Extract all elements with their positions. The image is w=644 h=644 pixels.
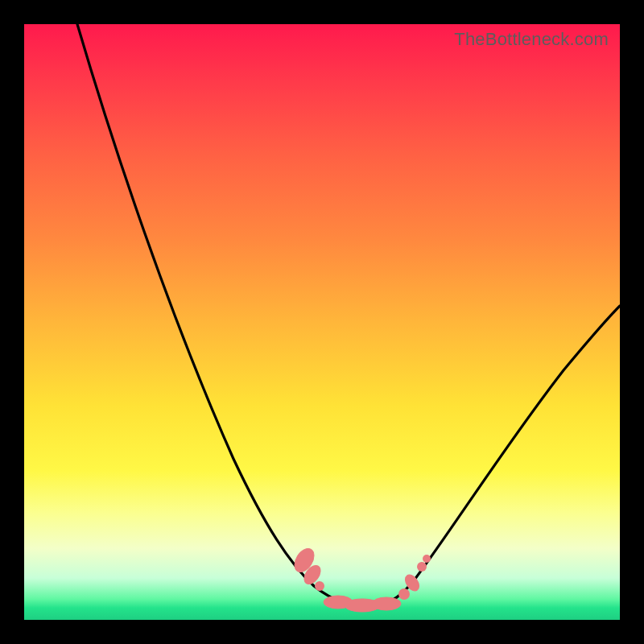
marker-dot	[315, 581, 324, 591]
marker-blob	[372, 597, 401, 610]
marker-blob	[345, 599, 380, 612]
marker-blob	[301, 563, 324, 587]
marker-dot	[417, 562, 427, 572]
plot-area: TheBottleneck.com	[24, 24, 620, 620]
marker-blob	[291, 545, 318, 576]
curve-left-branch	[77, 24, 370, 605]
curve-layer	[24, 24, 620, 620]
curve-right-branch	[370, 306, 620, 605]
marker-dot	[398, 588, 410, 600]
marker-blob	[402, 572, 422, 593]
marker-blob	[324, 596, 353, 609]
watermark-text: TheBottleneck.com	[454, 29, 609, 50]
marker-dot	[423, 555, 431, 563]
marker-cluster	[291, 545, 431, 612]
